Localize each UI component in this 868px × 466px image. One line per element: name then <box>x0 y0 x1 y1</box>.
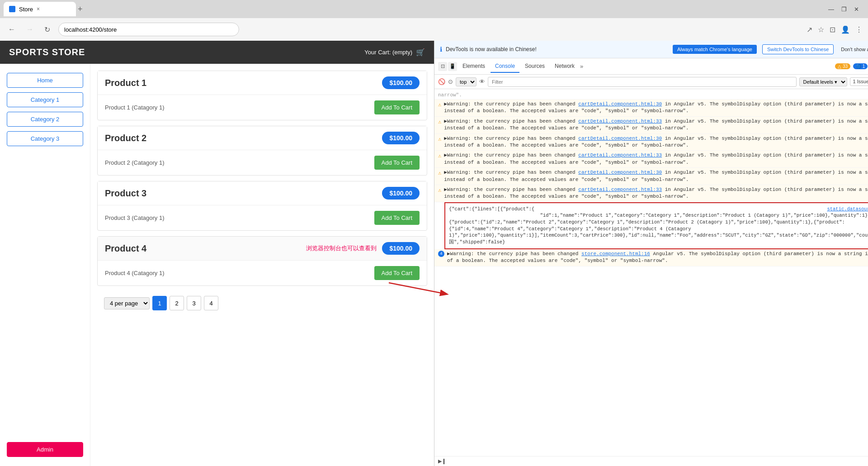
address-input[interactable] <box>58 23 239 36</box>
page-1-button[interactable]: 1 <box>152 296 167 310</box>
minimize-button[interactable]: — <box>828 6 834 13</box>
product-2-desc: Product 2 (Catagory 1) <box>105 159 165 166</box>
product-card-2: Product 2 $100.00 Product 2 (Catagory 1)… <box>97 126 427 176</box>
per-page-select[interactable]: 4 per page 8 per page <box>104 297 150 309</box>
cast-icon[interactable]: ↗ <box>807 25 812 34</box>
product-1-price: $100.00 <box>382 76 420 89</box>
eye-icon[interactable]: 👁 <box>479 78 485 85</box>
tab-favicon <box>9 6 15 12</box>
forward-button[interactable]: → <box>24 24 36 35</box>
console-bottom: ▶ <box>434 456 868 466</box>
warn-text-3: ▶Warning: the currency pipe has been cha… <box>444 135 868 149</box>
product-card-1: Product 1 $100.00 Product 1 (Catagory 1)… <box>97 71 427 120</box>
product-4-desc: Product 4 (Catagory 1) <box>105 270 165 276</box>
refresh-button[interactable]: ↻ <box>42 24 53 36</box>
store-header: SPORTS STORE Your Cart: (empty) 🛒 <box>0 41 434 64</box>
warn-icon-6: ⚠ <box>438 187 441 194</box>
warn-icon-4: ⚠ <box>438 152 441 159</box>
warn-text-2: ▶Warning: the currency pipe has been cha… <box>444 118 868 132</box>
profile-icon[interactable]: 👤 <box>841 25 850 34</box>
tab-close-icon[interactable]: × <box>37 6 40 12</box>
active-tab[interactable]: Store × <box>4 2 76 16</box>
tab-search-icon[interactable]: ⊡ <box>830 25 835 34</box>
cart-icon[interactable]: 🛒 <box>416 48 425 57</box>
console-filter-input[interactable] <box>488 77 797 87</box>
product-2-name: Product 2 <box>105 133 146 143</box>
product-4-annotation: 浏览器控制台也可以查看到 <box>306 244 377 252</box>
back-button[interactable]: ← <box>5 24 18 35</box>
tab-title: Store <box>19 6 33 13</box>
devtools-badges: △ 33 🔵 1 ⚙ ⋮ ✕ <box>835 63 868 70</box>
warning-count-badge[interactable]: △ 33 <box>835 63 850 69</box>
top-context-select[interactable]: top <box>456 77 476 86</box>
console-warning-6: ⚠ ▶Warning: the currency pipe has been c… <box>434 185 868 202</box>
devtools-tabs: ⊡ 📱 Elements Console Sources Network » △… <box>434 58 868 75</box>
sidebar: Home Category 1 Category 2 Category 3 Ad… <box>0 64 90 466</box>
maximize-button[interactable]: ❐ <box>841 6 847 13</box>
console-clear-icon[interactable]: 🚫 <box>438 78 445 85</box>
add-to-cart-4[interactable]: Add To Cart <box>374 266 420 280</box>
page-3-button[interactable]: 3 <box>187 296 201 310</box>
tab-console[interactable]: Console <box>491 60 519 73</box>
address-right-icons: ↗ ☆ ⊡ 👤 ⋮ <box>807 25 863 34</box>
page-4-button[interactable]: 4 <box>204 296 218 310</box>
sidebar-item-home[interactable]: Home <box>7 73 83 88</box>
product-1-name: Product 1 <box>105 78 146 88</box>
warn-text-1: ▶Warning: the currency pipe has been cha… <box>444 101 868 115</box>
products-area: Product 1 $100.00 Product 1 (Catagory 1)… <box>90 64 434 466</box>
browser-chrome: Store × + — ❐ ✕ ← → ↻ ↗ ☆ ⊡ 👤 ⋮ <box>0 0 868 41</box>
store-body: Home Category 1 Category 2 Category 3 Ad… <box>0 64 434 466</box>
sidebar-item-category1[interactable]: Category 1 <box>7 92 83 107</box>
info-count-badge[interactable]: 🔵 1 <box>853 63 868 69</box>
product-1-desc: Product 1 (Catagory 1) <box>105 104 165 111</box>
console-prompt-icon: ▶ <box>438 458 442 464</box>
menu-icon[interactable]: ⋮ <box>855 25 863 34</box>
add-to-cart-1[interactable]: Add To Cart <box>374 100 420 114</box>
console-warning-3: ⚠ ▶Warning: the currency pipe has been c… <box>434 134 868 151</box>
log-level-select[interactable]: Default levels ▾ <box>799 77 847 86</box>
warn-icon-2: ⚠ <box>438 119 441 125</box>
page-2-button[interactable]: 2 <box>170 296 184 310</box>
warn-icon-1: ⚠ <box>438 101 441 108</box>
add-to-cart-3[interactable]: Add To Cart <box>374 211 420 225</box>
tab-elements[interactable]: Elements <box>458 60 490 73</box>
console-cursor[interactable] <box>443 459 444 464</box>
window-controls: — ❐ ✕ <box>828 6 864 13</box>
dont-show-again-link[interactable]: Don't show again <box>841 47 868 52</box>
add-to-cart-2[interactable]: Add To Cart <box>374 156 420 170</box>
tab-network[interactable]: Network <box>550 60 579 73</box>
bookmark-icon[interactable]: ☆ <box>818 25 824 34</box>
switch-chinese-button[interactable]: Switch DevTools to Chinese <box>762 44 834 54</box>
more-tabs-icon[interactable]: » <box>580 63 583 70</box>
pagination: 4 per page 8 per page 1 2 3 4 <box>97 291 427 315</box>
sidebar-item-category3[interactable]: Category 3 <box>7 131 83 146</box>
devtools-inspect-icon[interactable]: ⊡ <box>438 62 447 71</box>
issue-badge[interactable]: 1 Issue: 🔵 1 <box>850 77 868 86</box>
warn-icon-5: ⚠ <box>438 170 441 176</box>
store-title: SPORTS STORE <box>9 47 85 57</box>
match-language-button[interactable]: Always match Chrome's language <box>673 45 757 54</box>
tab-bar: Store × + — ❐ ✕ <box>0 0 868 18</box>
tab-sources[interactable]: Sources <box>520 60 549 73</box>
console-scroll-hint: narrow". <box>434 91 868 100</box>
warn-text-5: ▶Warning: the currency pipe has been cha… <box>444 169 868 183</box>
sidebar-item-category2[interactable]: Category 2 <box>7 112 83 127</box>
console-last-warning: 4 ▶Warning: the currency pipe has been c… <box>434 249 868 266</box>
console-warning-4: ⚠ ▶Warning: the currency pipe has been c… <box>434 151 868 168</box>
issue-text: 1 Issue: 🔵 1 <box>853 79 868 85</box>
console-filter-icon[interactable]: ⊙ <box>448 78 453 85</box>
data-link[interactable]: static.datasource.ts:31 <box>827 206 868 213</box>
admin-button[interactable]: Admin <box>7 442 83 457</box>
warn-icon-3: ⚠ <box>438 136 441 143</box>
console-warning-5: ⚠ ▶Warning: the currency pipe has been c… <box>434 168 868 185</box>
console-output[interactable]: narrow". ⚠ ▶Warning: the currency pipe h… <box>434 89 868 456</box>
product-2-price: $100.00 <box>382 132 420 144</box>
product-card-4: Product 4 浏览器控制台也可以查看到 $100.00 Product 4… <box>97 236 427 286</box>
console-data-output: static.datasource.ts:31 {"cart":{"lines"… <box>434 202 868 249</box>
close-button[interactable]: ✕ <box>854 6 859 13</box>
new-tab-button[interactable]: + <box>78 5 83 14</box>
store-section: SPORTS STORE Your Cart: (empty) 🛒 Home C… <box>0 41 434 466</box>
devtools-device-icon[interactable]: 📱 <box>448 62 457 71</box>
product-4-price: $100.00 <box>382 242 420 255</box>
warn-text-6: ▶Warning: the currency pipe has been cha… <box>444 186 868 200</box>
